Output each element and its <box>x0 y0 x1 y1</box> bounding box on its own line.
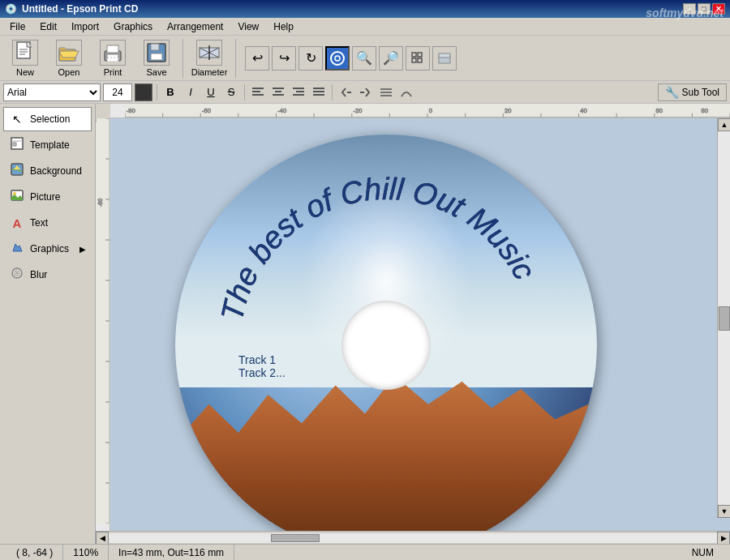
status-zoom: 110% <box>63 545 109 560</box>
sidebar-item-background[interactable]: Background <box>3 159 92 183</box>
new-button[interactable]: New <box>5 37 45 79</box>
menu-edit[interactable]: Edit <box>33 19 63 34</box>
svg-rect-11 <box>151 53 162 60</box>
sidebar-item-template[interactable]: Template <box>3 133 92 157</box>
bold-button[interactable]: B <box>161 83 179 101</box>
sidebar-item-selection[interactable]: ↖ Selection <box>3 107 92 131</box>
text-icon: A <box>9 216 25 230</box>
cd-view-button[interactable] <box>325 46 350 71</box>
diameter-label: Diameter <box>191 67 228 77</box>
menu-help[interactable]: Help <box>267 19 300 34</box>
layers-button[interactable] <box>432 46 457 71</box>
print-icon <box>100 40 126 66</box>
menu-import[interactable]: Import <box>65 19 105 34</box>
top-ruler: -80 -60 -40 -20 0 20 40 60 80 <box>110 104 730 118</box>
undo-button[interactable]: ↩ <box>245 46 269 71</box>
strikethrough-button[interactable]: S <box>222 83 240 101</box>
grid-button[interactable] <box>406 46 430 71</box>
toolbar: New Open Print Save Diameter ↩ ↪ ↻ 🔍 🔎 <box>0 36 730 81</box>
svg-rect-7 <box>107 45 118 53</box>
status-bar: ( 8, -64 ) 110% In=43 mm, Out=116 mm NUM <box>0 544 730 560</box>
format-bar: Arial 24 B I U S 🔧 Sub Tool <box>0 81 730 104</box>
sidebar-item-text[interactable]: A Text <box>3 211 92 235</box>
title-bar: 💿 Untitled - Epson Print CD _ □ ✕ <box>0 0 730 18</box>
align-center-button[interactable] <box>269 83 287 101</box>
track-1: Track 1 <box>238 353 286 366</box>
open-button[interactable]: Open <box>49 37 89 79</box>
svg-text:20: 20 <box>505 106 511 113</box>
cd-canvas[interactable]: The best of Chill Out Music Track 1 Trac… <box>110 118 730 531</box>
zoom-label: 110% <box>73 547 98 558</box>
text-path-button[interactable] <box>397 83 415 101</box>
sidebar-item-graphics[interactable]: Graphics ▶ <box>3 237 92 261</box>
svg-rect-23 <box>439 53 450 58</box>
format-sep-2 <box>244 84 245 100</box>
blur-icon <box>9 267 25 283</box>
sidebar-label-selection: Selection <box>30 113 70 125</box>
ruler-and-canvas: -80 -60 -40 -20 0 20 40 60 80 <box>96 104 730 544</box>
numlock-label: NUM <box>692 547 714 558</box>
color-button[interactable] <box>135 83 152 101</box>
scroll-down-button[interactable]: ▼ <box>718 505 730 518</box>
svg-rect-43 <box>13 143 16 146</box>
svg-text:0: 0 <box>429 106 432 113</box>
format-sep-1 <box>157 84 157 100</box>
menu-arrangement[interactable]: Arrangement <box>161 19 230 34</box>
track-2: Track 2... <box>238 366 286 379</box>
menu-view[interactable]: View <box>231 19 265 34</box>
cd-center-hole <box>341 301 431 390</box>
cd-wrapper: The best of Chill Out Music Track 1 Trac… <box>175 135 597 531</box>
subtool-button[interactable]: 🔧 Sub Tool <box>658 83 727 101</box>
menu-graphics[interactable]: Graphics <box>107 19 159 34</box>
new-icon <box>12 40 38 66</box>
svg-rect-10 <box>151 44 159 50</box>
new-label: New <box>16 67 34 77</box>
indent-less-button[interactable] <box>337 83 354 101</box>
graphics-arrow: ▶ <box>79 245 86 254</box>
align-right-button[interactable] <box>290 83 307 101</box>
scroll-thumb-v[interactable] <box>719 306 730 331</box>
svg-rect-8 <box>107 58 118 62</box>
underline-button[interactable]: U <box>202 83 220 101</box>
zoom-in-button[interactable]: 🔍 <box>352 46 376 71</box>
menu-file[interactable]: File <box>3 19 32 34</box>
font-size-input[interactable]: 24 <box>103 83 132 101</box>
selection-icon: ↖ <box>9 113 25 126</box>
scroll-up-button[interactable]: ▲ <box>718 118 730 131</box>
print-button[interactable]: Print <box>92 37 133 79</box>
title-bar-controls: _ □ ✕ <box>683 3 725 15</box>
scroll-thumb-h[interactable] <box>271 534 320 542</box>
status-numlock: NUM <box>682 545 724 560</box>
template-icon <box>9 137 25 153</box>
scroll-right-button[interactable]: ▶ <box>717 532 730 545</box>
sidebar-item-picture[interactable]: Picture <box>3 185 92 209</box>
status-coords: ( 8, -64 ) <box>6 545 63 560</box>
italic-button[interactable]: I <box>182 83 200 101</box>
minimize-button[interactable]: _ <box>683 3 696 15</box>
sidebar-label-background: Background <box>30 165 82 177</box>
scrollbar-h: ◀ ▶ <box>96 531 730 544</box>
align-justify-button[interactable] <box>310 83 328 101</box>
align-left-button[interactable] <box>249 83 267 101</box>
toolbar-right-icons: ↩ ↪ ↻ 🔍 🔎 <box>245 46 457 71</box>
refresh-button[interactable]: ↻ <box>298 46 323 71</box>
scroll-track-h <box>109 533 717 543</box>
diameter-icon <box>196 40 222 66</box>
open-label: Open <box>58 67 80 77</box>
sidebar-item-blur[interactable]: Blur <box>3 263 92 287</box>
font-selector[interactable]: Arial <box>3 83 101 101</box>
redo-button[interactable]: ↪ <box>272 46 296 71</box>
svg-point-16 <box>331 52 344 65</box>
background-icon <box>9 163 25 179</box>
zoom-out-button[interactable]: 🔎 <box>379 46 403 71</box>
cd-disc: The best of Chill Out Music Track 1 Trac… <box>175 135 597 531</box>
maximize-button[interactable]: □ <box>698 3 711 15</box>
close-button[interactable]: ✕ <box>712 3 725 15</box>
diameter-button[interactable]: Diameter <box>189 37 230 79</box>
save-button[interactable]: Save <box>136 37 177 79</box>
scrollbar-v: ▲ ▼ <box>717 118 730 518</box>
scroll-left-button[interactable]: ◀ <box>96 532 109 545</box>
spacing-button[interactable] <box>377 83 395 101</box>
svg-text:-40: -40 <box>277 106 286 113</box>
indent-more-button[interactable] <box>357 83 375 101</box>
